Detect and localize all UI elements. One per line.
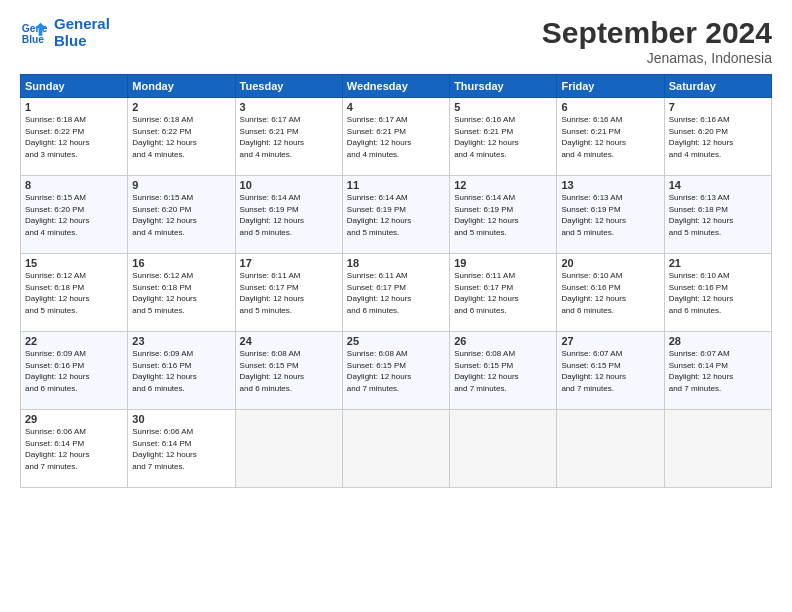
table-cell: 23Sunrise: 6:09 AMSunset: 6:16 PMDayligh… <box>128 332 235 410</box>
month-title: September 2024 <box>542 16 772 50</box>
table-cell: 25Sunrise: 6:08 AMSunset: 6:15 PMDayligh… <box>342 332 449 410</box>
day-info: Sunrise: 6:06 AMSunset: 6:14 PMDaylight:… <box>25 426 123 472</box>
calendar-row: 8Sunrise: 6:15 AMSunset: 6:20 PMDaylight… <box>21 176 772 254</box>
table-cell: 2Sunrise: 6:18 AMSunset: 6:22 PMDaylight… <box>128 98 235 176</box>
day-number: 3 <box>240 101 338 113</box>
day-number: 7 <box>669 101 767 113</box>
table-cell: 30Sunrise: 6:06 AMSunset: 6:14 PMDayligh… <box>128 410 235 488</box>
day-number: 12 <box>454 179 552 191</box>
day-number: 16 <box>132 257 230 269</box>
col-saturday: Saturday <box>664 75 771 98</box>
table-cell: 26Sunrise: 6:08 AMSunset: 6:15 PMDayligh… <box>450 332 557 410</box>
title-area: September 2024 Jenamas, Indonesia <box>542 16 772 66</box>
day-info: Sunrise: 6:16 AMSunset: 6:21 PMDaylight:… <box>561 114 659 160</box>
day-number: 13 <box>561 179 659 191</box>
logo-icon: General Blue <box>20 19 48 47</box>
day-number: 8 <box>25 179 123 191</box>
day-number: 14 <box>669 179 767 191</box>
table-cell <box>450 410 557 488</box>
day-number: 17 <box>240 257 338 269</box>
day-number: 21 <box>669 257 767 269</box>
day-info: Sunrise: 6:07 AMSunset: 6:15 PMDaylight:… <box>561 348 659 394</box>
table-cell: 19Sunrise: 6:11 AMSunset: 6:17 PMDayligh… <box>450 254 557 332</box>
table-cell <box>664 410 771 488</box>
table-cell: 29Sunrise: 6:06 AMSunset: 6:14 PMDayligh… <box>21 410 128 488</box>
day-number: 20 <box>561 257 659 269</box>
day-info: Sunrise: 6:10 AMSunset: 6:16 PMDaylight:… <box>561 270 659 316</box>
calendar: Sunday Monday Tuesday Wednesday Thursday… <box>20 74 772 488</box>
table-cell: 24Sunrise: 6:08 AMSunset: 6:15 PMDayligh… <box>235 332 342 410</box>
day-info: Sunrise: 6:06 AMSunset: 6:14 PMDaylight:… <box>132 426 230 472</box>
day-info: Sunrise: 6:07 AMSunset: 6:14 PMDaylight:… <box>669 348 767 394</box>
table-cell: 27Sunrise: 6:07 AMSunset: 6:15 PMDayligh… <box>557 332 664 410</box>
day-number: 19 <box>454 257 552 269</box>
day-info: Sunrise: 6:09 AMSunset: 6:16 PMDaylight:… <box>25 348 123 394</box>
table-cell: 9Sunrise: 6:15 AMSunset: 6:20 PMDaylight… <box>128 176 235 254</box>
table-cell: 12Sunrise: 6:14 AMSunset: 6:19 PMDayligh… <box>450 176 557 254</box>
table-cell: 5Sunrise: 6:16 AMSunset: 6:21 PMDaylight… <box>450 98 557 176</box>
day-info: Sunrise: 6:18 AMSunset: 6:22 PMDaylight:… <box>25 114 123 160</box>
table-cell: 1Sunrise: 6:18 AMSunset: 6:22 PMDaylight… <box>21 98 128 176</box>
day-number: 9 <box>132 179 230 191</box>
day-info: Sunrise: 6:11 AMSunset: 6:17 PMDaylight:… <box>347 270 445 316</box>
table-cell: 14Sunrise: 6:13 AMSunset: 6:18 PMDayligh… <box>664 176 771 254</box>
table-cell: 16Sunrise: 6:12 AMSunset: 6:18 PMDayligh… <box>128 254 235 332</box>
day-info: Sunrise: 6:11 AMSunset: 6:17 PMDaylight:… <box>454 270 552 316</box>
table-cell: 21Sunrise: 6:10 AMSunset: 6:16 PMDayligh… <box>664 254 771 332</box>
table-cell: 4Sunrise: 6:17 AMSunset: 6:21 PMDaylight… <box>342 98 449 176</box>
col-friday: Friday <box>557 75 664 98</box>
table-cell: 18Sunrise: 6:11 AMSunset: 6:17 PMDayligh… <box>342 254 449 332</box>
logo-text: GeneralBlue <box>54 16 110 49</box>
col-sunday: Sunday <box>21 75 128 98</box>
day-number: 28 <box>669 335 767 347</box>
table-cell <box>557 410 664 488</box>
day-number: 22 <box>25 335 123 347</box>
day-number: 25 <box>347 335 445 347</box>
logo: General Blue GeneralBlue <box>20 16 110 49</box>
calendar-row: 15Sunrise: 6:12 AMSunset: 6:18 PMDayligh… <box>21 254 772 332</box>
col-wednesday: Wednesday <box>342 75 449 98</box>
day-info: Sunrise: 6:14 AMSunset: 6:19 PMDaylight:… <box>240 192 338 238</box>
calendar-row: 22Sunrise: 6:09 AMSunset: 6:16 PMDayligh… <box>21 332 772 410</box>
table-cell <box>342 410 449 488</box>
table-cell <box>235 410 342 488</box>
table-cell: 17Sunrise: 6:11 AMSunset: 6:17 PMDayligh… <box>235 254 342 332</box>
table-cell: 8Sunrise: 6:15 AMSunset: 6:20 PMDaylight… <box>21 176 128 254</box>
table-cell: 7Sunrise: 6:16 AMSunset: 6:20 PMDaylight… <box>664 98 771 176</box>
day-info: Sunrise: 6:16 AMSunset: 6:21 PMDaylight:… <box>454 114 552 160</box>
day-info: Sunrise: 6:12 AMSunset: 6:18 PMDaylight:… <box>25 270 123 316</box>
day-number: 11 <box>347 179 445 191</box>
day-info: Sunrise: 6:17 AMSunset: 6:21 PMDaylight:… <box>347 114 445 160</box>
calendar-row: 29Sunrise: 6:06 AMSunset: 6:14 PMDayligh… <box>21 410 772 488</box>
day-number: 10 <box>240 179 338 191</box>
day-number: 23 <box>132 335 230 347</box>
day-number: 26 <box>454 335 552 347</box>
day-number: 18 <box>347 257 445 269</box>
day-number: 30 <box>132 413 230 425</box>
col-tuesday: Tuesday <box>235 75 342 98</box>
day-number: 4 <box>347 101 445 113</box>
day-info: Sunrise: 6:15 AMSunset: 6:20 PMDaylight:… <box>25 192 123 238</box>
table-cell: 3Sunrise: 6:17 AMSunset: 6:21 PMDaylight… <box>235 98 342 176</box>
day-number: 15 <box>25 257 123 269</box>
svg-text:General: General <box>22 23 48 34</box>
day-info: Sunrise: 6:09 AMSunset: 6:16 PMDaylight:… <box>132 348 230 394</box>
table-cell: 10Sunrise: 6:14 AMSunset: 6:19 PMDayligh… <box>235 176 342 254</box>
day-info: Sunrise: 6:12 AMSunset: 6:18 PMDaylight:… <box>132 270 230 316</box>
location-title: Jenamas, Indonesia <box>542 50 772 66</box>
day-info: Sunrise: 6:14 AMSunset: 6:19 PMDaylight:… <box>347 192 445 238</box>
table-cell: 28Sunrise: 6:07 AMSunset: 6:14 PMDayligh… <box>664 332 771 410</box>
table-cell: 15Sunrise: 6:12 AMSunset: 6:18 PMDayligh… <box>21 254 128 332</box>
day-number: 27 <box>561 335 659 347</box>
day-info: Sunrise: 6:16 AMSunset: 6:20 PMDaylight:… <box>669 114 767 160</box>
svg-text:Blue: Blue <box>22 34 45 45</box>
table-cell: 6Sunrise: 6:16 AMSunset: 6:21 PMDaylight… <box>557 98 664 176</box>
day-info: Sunrise: 6:17 AMSunset: 6:21 PMDaylight:… <box>240 114 338 160</box>
day-info: Sunrise: 6:14 AMSunset: 6:19 PMDaylight:… <box>454 192 552 238</box>
calendar-header-row: Sunday Monday Tuesday Wednesday Thursday… <box>21 75 772 98</box>
day-info: Sunrise: 6:13 AMSunset: 6:18 PMDaylight:… <box>669 192 767 238</box>
day-number: 5 <box>454 101 552 113</box>
col-thursday: Thursday <box>450 75 557 98</box>
day-info: Sunrise: 6:15 AMSunset: 6:20 PMDaylight:… <box>132 192 230 238</box>
day-info: Sunrise: 6:08 AMSunset: 6:15 PMDaylight:… <box>454 348 552 394</box>
